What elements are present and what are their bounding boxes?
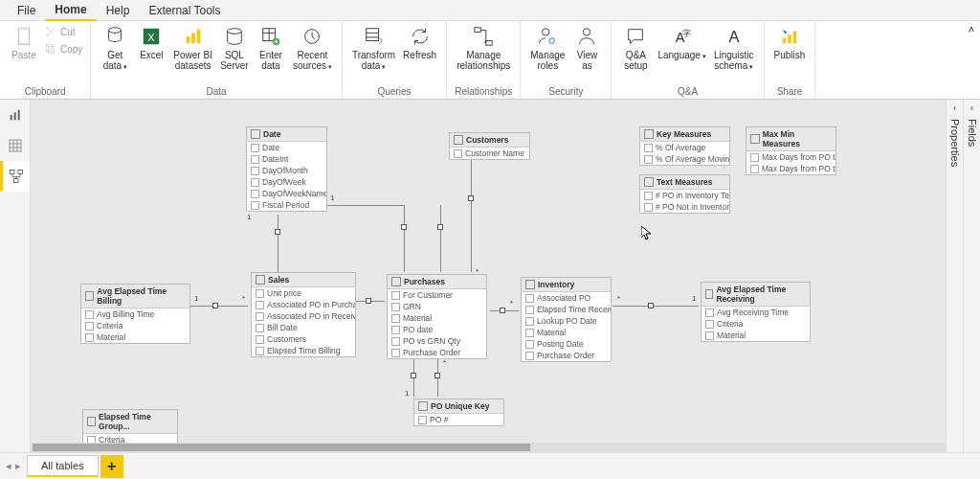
table-field[interactable]: Customer Name [450,148,529,159]
table-inventory[interactable]: Inventory Associated POElapsed Time Rece… [521,277,612,362]
table-field[interactable]: PO date [388,324,486,335]
paste-button[interactable]: Paste [6,23,42,85]
table-field[interactable]: Unit price [252,287,355,299]
table-header[interactable]: Text Measures [640,175,729,190]
relationship-line[interactable] [471,152,472,272]
horizontal-scrollbar[interactable] [31,443,946,452]
tab-all-tables[interactable]: All tables [27,455,99,477]
relationship-line[interactable] [190,306,248,307]
get-data-button[interactable]: Getdata [97,23,133,85]
enter-data-button[interactable]: Enterdata [253,23,289,85]
table-header[interactable]: Avg Elapsed Time Receiving [702,283,810,307]
relationship-line[interactable] [404,205,405,272]
table-sales[interactable]: Sales Unit priceAssociated PO in Purchas… [251,272,356,357]
scrollbar-thumb[interactable] [33,444,530,451]
linguistic-schema-button[interactable]: ALinguisticschema [710,23,758,85]
tab-prev-button[interactable]: ◂ [6,460,11,472]
manage-roles-button[interactable]: Manageroles [526,23,568,85]
table-header[interactable]: Purchases [388,275,486,289]
table-field[interactable]: Max Days from PO to ... [746,151,835,163]
relationship-node[interactable] [500,308,505,313]
table-field[interactable]: Material [81,331,189,343]
relationship-line[interactable] [327,205,404,206]
table-header[interactable]: Date [247,127,326,142]
table-avg-billing[interactable]: Avg Elapsed Time Billing Avg Billing Tim… [80,284,190,344]
qa-setup-button[interactable]: Q&Asetup [617,23,654,85]
table-field[interactable]: Max Days from PO to ... [746,163,835,174]
collapse-ribbon-button[interactable]: ʌ [969,23,974,34]
relationship-node[interactable] [411,373,416,378]
relationship-node[interactable] [437,224,443,230]
table-field[interactable]: Avg Receiving Time [702,307,810,318]
menu-external-tools[interactable]: External Tools [139,1,230,20]
table-header[interactable]: Inventory [522,278,611,292]
table-field[interactable]: Associated PO [522,292,611,304]
table-field[interactable]: DayOfMonth [247,165,326,176]
table-field[interactable]: Criteria [702,318,810,330]
report-view-button[interactable] [0,100,30,130]
table-field[interactable]: Lookup PO Date [522,315,611,327]
menu-file[interactable]: File [8,1,45,20]
table-elapsed-group[interactable]: Elapsed Time Group... Criteria [82,409,178,446]
table-field[interactable]: Elapsed Time Receiving [522,304,611,315]
relationship-node[interactable] [468,195,474,201]
menu-home[interactable]: Home [45,0,96,21]
table-header[interactable]: Key Measures [640,127,729,142]
table-header[interactable]: PO Unique Key [414,399,503,414]
table-field[interactable]: Posting Date [522,338,611,350]
relationship-node[interactable] [212,303,218,308]
data-view-button[interactable] [0,130,30,161]
table-date[interactable]: Date DateDateIntDayOfMonthDayOfWeekDayOf… [246,126,327,212]
table-field[interactable]: DayOfWeekName [247,188,326,199]
cut-button[interactable]: Cut [42,23,84,40]
relationship-node[interactable] [401,224,407,230]
table-field[interactable]: Fiscal Period [247,199,326,211]
transform-data-button[interactable]: Transformdata [348,23,399,85]
table-field[interactable]: Associated PO in Purchas... [252,299,355,310]
table-field[interactable]: GRN [388,301,486,312]
fields-pane-collapsed[interactable]: ‹ Fields [963,100,980,452]
table-field[interactable]: Material [522,327,611,338]
table-field[interactable]: Purchase Order [388,347,486,358]
table-po-unique[interactable]: PO Unique Key PO # [413,399,504,426]
table-avg-receiving[interactable]: Avg Elapsed Time Receiving Avg Receiving… [701,282,811,342]
table-customers[interactable]: Customers Customer Name [449,132,530,160]
table-field[interactable]: PO vs GRN Qty [388,335,486,347]
relationship-line[interactable] [278,215,278,272]
copy-button[interactable]: Copy [42,40,84,57]
publish-button[interactable]: Publish [770,23,810,85]
table-purchases[interactable]: Purchases For CustomerGRNMaterialPO date… [387,274,487,359]
excel-button[interactable]: XExcel [133,23,169,85]
table-field[interactable]: Bill Date [252,322,355,333]
table-field[interactable]: For Customer [388,289,486,301]
model-canvas[interactable]: 1 * 1 1 * 1 * * * 1 [31,100,946,452]
table-field[interactable]: Material [702,330,810,341]
relationship-node[interactable] [275,229,280,235]
manage-relationships-button[interactable]: Managerelationships [453,23,514,85]
table-field[interactable]: Date [247,142,326,153]
table-field[interactable]: Associated PO in Receiving [252,310,355,322]
add-tab-button[interactable]: + [100,455,123,478]
view-as-button[interactable]: Viewas [568,23,605,85]
table-header[interactable]: Customers [450,133,529,148]
relationship-node[interactable] [366,298,371,304]
relationship-node[interactable] [648,303,654,308]
table-key-measures[interactable]: Key Measures % Of Average% Of Average Mo… [639,126,730,166]
relationship-line[interactable] [612,306,699,307]
model-view-button[interactable] [0,161,30,192]
language-button[interactable]: A字Language [654,23,709,85]
table-field[interactable]: # PO in Inventory Text [640,190,729,201]
table-field[interactable]: Material [388,312,486,324]
table-maxmin-measures[interactable]: Max Min Measures Max Days from PO to ...… [746,126,836,175]
table-field[interactable]: Purchase Order [522,350,611,361]
table-field[interactable]: % Of Average [640,142,729,153]
sql-server-button[interactable]: SQLServer [216,23,253,85]
table-field[interactable]: Criteria [81,320,189,331]
pbi-datasets-button[interactable]: Power BIdatasets [169,23,216,85]
table-field[interactable]: PO # [414,414,503,425]
menu-help[interactable]: Help [97,1,140,20]
table-header[interactable]: Sales [252,273,355,287]
table-header[interactable]: Avg Elapsed Time Billing [81,285,189,308]
table-field[interactable]: DateInt [247,153,326,165]
relationship-node[interactable] [434,373,440,378]
